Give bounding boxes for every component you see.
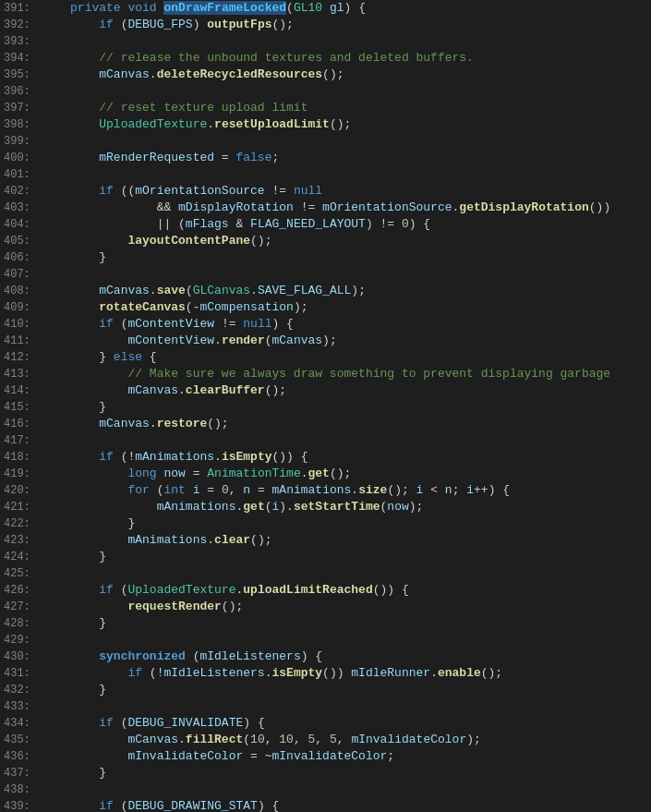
code-line: 433: [0,698,651,715]
token [42,51,99,65]
line-number: 395: [4,67,42,83]
token: ( [243,733,250,746]
line-content: if (mContentView != null) { [42,316,647,333]
line-content: mCanvas.fillRect(10, 10, 5, 5, mInvalida… [42,732,647,748]
token: = [214,151,235,164]
line-number: 401: [4,166,42,183]
token: restore [157,417,208,430]
token [42,184,99,198]
line-content: // reset texture upload limit [42,100,647,116]
token: { [142,350,157,364]
token: ) [193,18,208,31]
token: uploadLimitReached [243,583,372,597]
code-line: 399: [0,133,651,150]
line-content [42,133,647,150]
token: ); [294,300,308,314]
code-line: 431: if (!mIdleListeners.isEmpty()) mIdl… [0,665,651,682]
token: save [157,284,186,297]
line-content: } [42,549,647,565]
token: , [315,733,330,746]
token: . [150,67,157,81]
line-number: 410: [4,316,42,333]
code-line: 434: if (DEBUG_INVALIDATE) { [0,715,651,732]
code-line: 436: mInvalidateColor = ~mInvalidateColo… [0,748,651,765]
line-number: 404: [4,216,42,233]
token: (( [114,184,135,198]
token: if [127,666,142,680]
token: ) { [301,649,322,663]
token: mInvalidateColor [351,733,466,746]
line-content [42,83,647,100]
token: null [294,184,322,198]
line-number: 434: [4,715,42,732]
code-line: 415: } [0,399,651,416]
token: ); [351,284,366,297]
line-number: 428: [4,615,42,632]
token: resetUploadLimit [214,117,330,131]
code-line: 402: if ((mOrientationSource != null [0,183,651,200]
token: ( [114,18,128,31]
token: ) { [344,1,366,15]
token: mInvalidateColor [127,749,243,763]
token: GL10 [294,1,322,15]
line-content [42,166,647,183]
token: . [351,483,358,497]
line-number: 397: [4,100,42,116]
line-content: } [42,765,647,782]
line-content: mCanvas.clearBuffer(); [42,382,647,399]
code-line: 423: mAnimations.clear(); [0,532,651,549]
token: requestRender [127,600,221,613]
token [42,234,128,248]
token [42,300,99,314]
code-line: 407: [0,266,651,283]
code-line: 420: for (int i = 0, n = mAnimations.siz… [0,482,651,499]
token: . [178,383,186,397]
token: if [99,450,114,464]
token: = [250,483,271,497]
line-number: 432: [4,682,42,698]
line-number: 414: [4,382,42,399]
token: (); [330,117,351,131]
token: mFlags [186,217,229,231]
code-line: 437: } [0,765,651,782]
line-number: 416: [4,416,42,432]
token: (); [322,67,344,81]
code-line: 418: if (!mAnimations.isEmpty()) { [0,449,651,466]
line-content: if (DEBUG_INVALIDATE) { [42,715,647,732]
line-number: 421: [4,499,42,515]
code-line: 430: synchronized (mIdleListeners) { [0,648,651,665]
token: private [70,1,121,15]
token: get [308,467,330,480]
token: ); [466,733,481,746]
line-number: 435: [4,732,42,748]
token: ; [271,151,279,164]
token [42,467,128,480]
token: ()) { [272,450,308,464]
code-line: 435: mCanvas.fillRect(10, 10, 5, 5, mInv… [0,732,651,748]
token: ); [409,500,424,514]
token: < [423,483,444,497]
token: } [42,250,106,264]
token: . [430,666,438,680]
token: 5 [330,733,337,746]
token [42,583,99,597]
code-line: 428: } [0,615,651,632]
token [42,101,99,115]
line-number: 412: [4,349,42,366]
code-line: 426: if (UploadedTexture.uploadLimitReac… [0,582,651,599]
line-number: 394: [4,50,42,67]
line-content: || (mFlags & FLAG_NEED_LAYOUT) != 0) { [42,216,647,233]
token [42,500,157,514]
token: ( [286,1,294,15]
token: (! [142,666,163,680]
token: now [163,467,185,480]
token [42,716,99,730]
code-line: 429: [0,632,651,648]
line-content: } [42,249,647,266]
line-content: mCanvas.restore(); [42,416,647,432]
token: (- [186,300,200,314]
token: mAnimations [157,500,236,514]
token: . [301,467,308,480]
token: mCanvas [272,333,323,347]
code-line: 398: UploadedTexture.resetUploadLimit(); [0,116,651,133]
